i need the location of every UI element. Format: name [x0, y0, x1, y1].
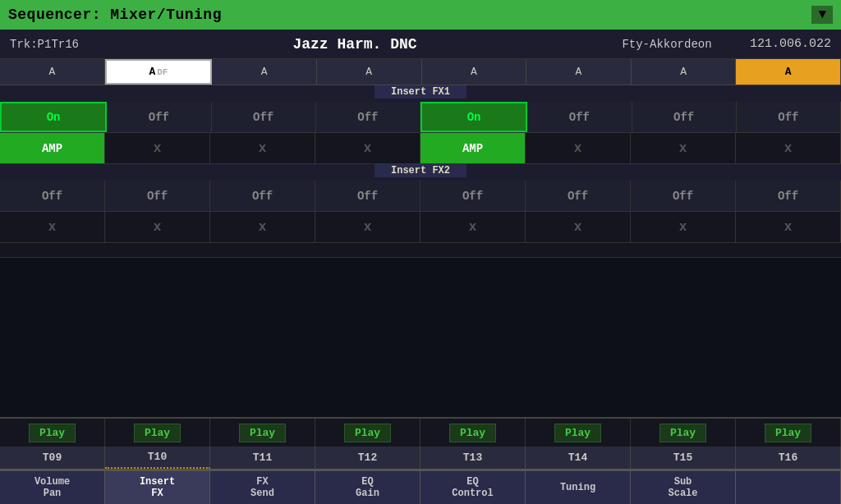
- spacer-row: [0, 243, 841, 258]
- play-button-1[interactable]: Play: [134, 424, 181, 442]
- play-cell-0: Play: [0, 419, 105, 447]
- fx1-status-5[interactable]: Off: [527, 102, 632, 132]
- fx2-type-2[interactable]: x: [210, 212, 315, 242]
- nav-tuning[interactable]: Tuning: [526, 471, 631, 504]
- preset-name: Fty-Akkordeon: [601, 38, 733, 51]
- track-number-6[interactable]: T15: [631, 447, 736, 469]
- fx2-type-6[interactable]: x: [631, 212, 736, 242]
- track-info: Trk:P1Tr16: [10, 38, 108, 51]
- col-header-7[interactable]: A: [736, 59, 841, 85]
- main-content: A A DF A A A A A A: [0, 59, 841, 504]
- col-header-5[interactable]: A: [526, 59, 632, 85]
- fx2-type-row: x x x x x x x x: [0, 212, 841, 243]
- bottom-nav: VolumePan InsertFX FXSend EQGain EQContr…: [0, 470, 841, 504]
- col-header-0[interactable]: A: [0, 59, 105, 85]
- play-cell-7: Play: [736, 419, 841, 447]
- col-header-6[interactable]: A: [632, 59, 737, 85]
- column-headers: A A DF A A A A A A: [0, 59, 841, 85]
- fx1-type-row: AMP x x x AMP x x x: [0, 133, 841, 164]
- fx1-type-3[interactable]: x: [315, 133, 420, 163]
- col-header-label-6: A: [680, 66, 687, 78]
- fx1-status-7[interactable]: Off: [737, 102, 841, 132]
- title-bar-text: Sequencer: Mixer/Tuning: [8, 7, 222, 23]
- col-header-label-2: A: [261, 66, 268, 78]
- col-header-1[interactable]: A DF: [105, 59, 213, 85]
- play-cell-6: Play: [631, 419, 736, 447]
- play-button-3[interactable]: Play: [344, 424, 391, 442]
- nav-empty: [736, 471, 841, 504]
- nav-volume-pan[interactable]: VolumePan: [0, 471, 105, 504]
- fx1-status-2[interactable]: Off: [212, 102, 316, 132]
- fx1-type-1[interactable]: x: [105, 133, 210, 163]
- fx2-status-5[interactable]: Off: [526, 181, 631, 211]
- fx1-type-7[interactable]: x: [736, 133, 841, 163]
- fx2-type-0[interactable]: x: [0, 212, 105, 242]
- nav-eq-gain[interactable]: EQGain: [315, 471, 420, 504]
- fx2-type-3[interactable]: x: [315, 212, 420, 242]
- col-header-label-5: A: [576, 66, 582, 78]
- play-cell-2: Play: [210, 419, 315, 447]
- track-number-0[interactable]: T09: [0, 447, 105, 469]
- col-header-2[interactable]: A: [212, 59, 317, 85]
- fx2-type-4[interactable]: x: [420, 212, 526, 242]
- play-button-5[interactable]: Play: [554, 424, 601, 442]
- col-header-label-4: A: [471, 66, 477, 78]
- play-button-6[interactable]: Play: [659, 424, 706, 442]
- col-header-label-3: A: [365, 66, 372, 78]
- screen: Sequencer: Mixer/Tuning ▼ Trk:P1Tr16 Jaz…: [0, 0, 841, 504]
- fx2-status-0[interactable]: Off: [0, 181, 105, 211]
- play-button-7[interactable]: Play: [765, 424, 811, 442]
- col-header-3[interactable]: A: [317, 59, 422, 85]
- fx1-type-2[interactable]: x: [210, 133, 315, 163]
- fx1-status-4[interactable]: On: [420, 102, 527, 132]
- play-button-2[interactable]: Play: [239, 424, 286, 442]
- col-header-label-7: A: [785, 66, 792, 78]
- nav-insert-fx[interactable]: InsertFX: [105, 471, 210, 504]
- col-header-label-1: A: [149, 66, 155, 78]
- track-number-4[interactable]: T13: [420, 447, 526, 469]
- col-header-4[interactable]: A: [422, 59, 527, 85]
- fx2-label: Insert FX2: [375, 164, 466, 177]
- fx2-type-7[interactable]: x: [736, 212, 841, 242]
- play-row: Play Play Play Play Play Play Play Play: [0, 417, 841, 447]
- fx2-status-2[interactable]: Off: [210, 181, 315, 211]
- track-number-3[interactable]: T12: [315, 447, 420, 469]
- track-number-5[interactable]: T14: [526, 447, 631, 469]
- fx2-type-5[interactable]: x: [526, 212, 631, 242]
- nav-fx-send[interactable]: FXSend: [210, 471, 315, 504]
- patch-name: Jazz Harm. DNC: [108, 36, 601, 53]
- fx2-label-row: Insert FX2: [0, 164, 841, 181]
- fx2-status-6[interactable]: Off: [631, 181, 736, 211]
- fx2-status-7[interactable]: Off: [736, 181, 841, 211]
- play-cell-1: Play: [105, 419, 210, 447]
- fx1-type-4[interactable]: AMP: [420, 133, 526, 163]
- fx1-status-row: On Off Off Off On Off Off Off: [0, 102, 841, 133]
- fx1-label: Insert FX1: [375, 85, 466, 99]
- fx1-status-3[interactable]: Off: [316, 102, 420, 132]
- fx1-type-0[interactable]: AMP: [0, 133, 105, 163]
- nav-eq-control[interactable]: EQControl: [420, 471, 526, 504]
- patch-number: 121.006.022: [733, 37, 831, 51]
- fx2-status-3[interactable]: Off: [315, 181, 420, 211]
- fx1-status-0[interactable]: On: [0, 102, 107, 132]
- nav-sub-scale[interactable]: SubScale: [631, 471, 736, 504]
- fx1-status-1[interactable]: Off: [107, 102, 211, 132]
- play-cell-4: Play: [420, 419, 526, 447]
- fx2-type-1[interactable]: x: [105, 212, 210, 242]
- fx1-type-5[interactable]: x: [526, 133, 631, 163]
- fx1-label-row: Insert FX1: [0, 85, 841, 102]
- play-cell-3: Play: [315, 419, 420, 447]
- play-button-4[interactable]: Play: [449, 424, 496, 442]
- play-button-0[interactable]: Play: [29, 424, 76, 442]
- track-number-1[interactable]: T10: [105, 447, 210, 469]
- fx1-type-6[interactable]: x: [631, 133, 736, 163]
- info-row: Trk:P1Tr16 Jazz Harm. DNC Fty-Akkordeon …: [0, 30, 841, 59]
- track-number-7[interactable]: T16: [736, 447, 841, 469]
- fx2-status-4[interactable]: Off: [420, 181, 526, 211]
- fx2-status-row: Off Off Off Off Off Off Off Off: [0, 181, 841, 212]
- track-number-2[interactable]: T11: [210, 447, 315, 469]
- col-header-label-0: A: [48, 66, 55, 78]
- title-bar-dropdown-icon[interactable]: ▼: [811, 6, 833, 24]
- fx1-status-6[interactable]: Off: [632, 102, 737, 132]
- fx2-status-1[interactable]: Off: [105, 181, 210, 211]
